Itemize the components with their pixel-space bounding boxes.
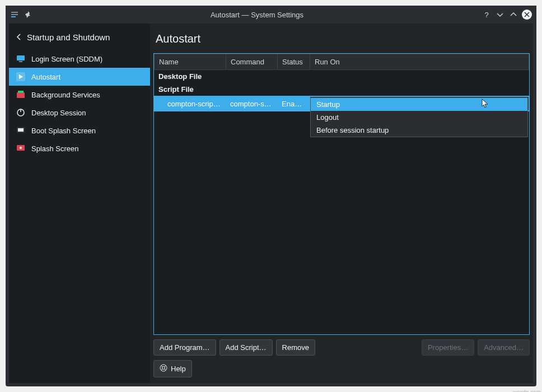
cell-command: compton-scri… — [226, 97, 277, 110]
svg-rect-3 — [17, 55, 25, 60]
minimize-icon[interactable] — [495, 10, 505, 20]
sidebar-item-label: Splash Screen — [31, 144, 79, 153]
splash-icon — [16, 143, 26, 153]
add-script-button[interactable]: Add Script… — [219, 339, 273, 356]
power-icon — [16, 108, 26, 118]
svg-rect-0 — [11, 12, 18, 13]
advanced-button: Advanced… — [478, 339, 530, 356]
sidebar-item-label: Login Screen (SDDM) — [31, 55, 102, 63]
runon-dropdown: Startup Logout Before session startup — [310, 97, 528, 137]
svg-rect-2 — [11, 16, 16, 17]
maximize-icon[interactable] — [508, 10, 518, 20]
sidebar-item-label: Desktop Session — [31, 109, 86, 117]
cell-status[interactable]: Enabled — [277, 97, 310, 110]
back-arrow-icon — [16, 33, 22, 42]
help-lifebuoy-icon — [160, 364, 167, 374]
page-title: Autostart — [153, 27, 530, 53]
main-panel: Autostart Name Command Status Run On Des… — [150, 24, 533, 383]
col-header-runon[interactable]: Run On — [310, 54, 529, 69]
properties-button: Properties… — [422, 339, 474, 356]
boot-icon — [16, 125, 26, 136]
svg-rect-7 — [18, 91, 24, 93]
help-button[interactable]: Help — [153, 360, 192, 377]
sidebar-item-desktop-session[interactable]: Desktop Session — [9, 104, 150, 122]
col-header-status[interactable]: Status — [278, 54, 310, 69]
svg-rect-1 — [11, 14, 18, 15]
table-header: Name Command Status Run On — [154, 54, 529, 70]
sidebar-item-label: Autostart — [31, 73, 60, 81]
section-script-file[interactable]: Script File — [154, 83, 529, 96]
close-icon[interactable] — [522, 10, 532, 20]
sidebar-item-label: Background Services — [31, 91, 100, 99]
window-frame: Autostart — System Settings ? Startup an… — [6, 6, 536, 386]
svg-point-14 — [162, 367, 165, 370]
svg-point-13 — [160, 365, 167, 371]
svg-rect-6 — [17, 92, 25, 98]
dropdown-option-logout[interactable]: Logout — [311, 111, 527, 124]
window-title: Autostart — System Settings — [32, 11, 482, 19]
sidebar-item-boot-splash[interactable]: Boot Splash Screen — [9, 122, 150, 139]
play-icon — [16, 72, 26, 82]
app-menu-icon[interactable] — [10, 10, 19, 19]
sidebar-title: Startup and Shutdown — [27, 32, 110, 42]
pin-icon[interactable] — [24, 10, 32, 19]
autostart-table: Name Command Status Run On Desktop File … — [153, 53, 530, 335]
cursor-icon — [482, 99, 490, 109]
sidebar-item-label: Boot Splash Screen — [31, 127, 96, 135]
svg-point-12 — [20, 147, 22, 149]
sidebar-item-autostart[interactable]: Autostart — [9, 68, 150, 86]
sidebar-item-background-services[interactable]: Background Services — [9, 86, 150, 104]
titlebar: Autostart — System Settings ? — [6, 6, 536, 24]
svg-rect-10 — [18, 128, 24, 132]
col-header-command[interactable]: Command — [226, 54, 278, 69]
sidebar-item-splash-screen[interactable]: Splash Screen — [9, 139, 150, 157]
help-label: Help — [171, 365, 186, 373]
dropdown-option-startup[interactable]: Startup — [311, 98, 527, 111]
section-desktop-file[interactable]: Desktop File — [154, 70, 529, 83]
services-icon — [16, 90, 26, 100]
add-program-button[interactable]: Add Program… — [153, 339, 216, 356]
svg-rect-4 — [19, 61, 22, 62]
dropdown-option-before-session[interactable]: Before session startup — [311, 124, 527, 137]
sidebar-back-header[interactable]: Startup and Shutdown — [9, 27, 150, 50]
cell-name: compton-script.sh — [154, 97, 226, 110]
watermark: wsxdn.com — [513, 389, 541, 392]
help-icon[interactable]: ? — [482, 10, 492, 20]
col-header-name[interactable]: Name — [155, 54, 226, 69]
button-bar: Add Program… Add Script… Remove Properti… — [153, 335, 530, 358]
sidebar: Startup and Shutdown Login Screen (SDDM)… — [9, 24, 150, 383]
remove-button[interactable]: Remove — [276, 339, 315, 356]
sidebar-item-login-screen[interactable]: Login Screen (SDDM) — [9, 50, 150, 68]
monitor-icon — [16, 54, 26, 64]
